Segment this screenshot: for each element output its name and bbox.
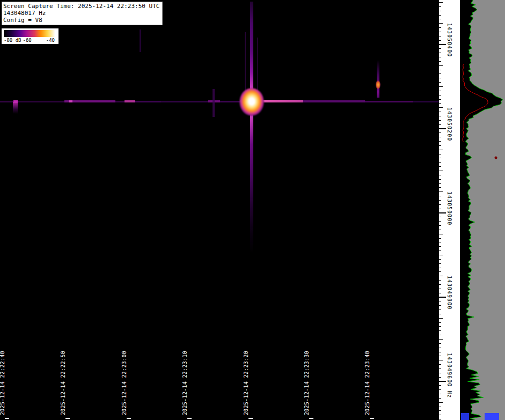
- frequency-minor-tick: [439, 242, 441, 242]
- carrier-blip: [125, 100, 135, 102]
- frequency-minor-tick: [439, 389, 441, 390]
- frequency-minor-tick: [439, 171, 443, 171]
- carrier-seg: [220, 101, 240, 102]
- frequency-minor-tick: [439, 137, 441, 137]
- frequency-minor-tick: [439, 107, 443, 108]
- frequency-minor-tick: [439, 360, 443, 360]
- frequency-minor-tick: [439, 343, 441, 344]
- frequency-minor-tick: [439, 120, 441, 121]
- frequency-minor-tick: [439, 314, 441, 314]
- frequency-minor-tick: [439, 36, 441, 36]
- frequency-minor-tick: [439, 335, 441, 335]
- frequency-minor-tick: [439, 209, 441, 209]
- frequency-minor-tick: [439, 250, 441, 251]
- frequency-minor-tick: [439, 322, 441, 323]
- frequency-minor-tick: [439, 187, 441, 188]
- carrier-seg: [413, 101, 439, 102]
- capture-time-text: Screen Capture Time: 2025-12-14 22:23:50…: [3, 3, 159, 10]
- frequency-minor-tick: [439, 200, 441, 201]
- frequency-minor-tick: [439, 103, 441, 104]
- frequency-minor-tick: [439, 154, 441, 154]
- time-axis-label: 2025-12-14 22:23:00: [121, 351, 127, 415]
- frequency-minor-tick: [439, 175, 441, 175]
- frequency-minor-tick: [439, 78, 441, 78]
- frequency-minor-tick: [439, 6, 441, 7]
- frequency-minor-tick: [439, 91, 441, 91]
- blue-marker-2: [485, 413, 499, 420]
- frequency-minor-tick: [439, 330, 441, 331]
- frequency-minor-tick: [439, 407, 441, 407]
- echo-streak-2: [377, 60, 379, 98]
- frequency-major-tick: [439, 381, 446, 382]
- frequency-minor-tick: [439, 352, 441, 352]
- frequency-axis: 1430504001430502001430500001430498001430…: [439, 0, 460, 420]
- frequency-minor-tick: [439, 204, 441, 205]
- frequency-minor-tick: [439, 150, 443, 150]
- colorbar-label-40: -40: [46, 38, 55, 43]
- frequency-minor-tick: [439, 86, 443, 87]
- frequency-minor-tick: [439, 73, 441, 74]
- colorbar-gradient: [4, 30, 55, 37]
- carrier-blip: [69, 100, 72, 102]
- carrier-seg: [161, 101, 208, 102]
- frequency-minor-tick: [439, 82, 441, 83]
- frequency-minor-tick: [439, 40, 441, 41]
- frequency-minor-tick: [439, 394, 441, 394]
- frequency-minor-tick: [439, 268, 441, 268]
- frequency-minor-tick: [439, 15, 441, 16]
- time-axis-label: 2025-12-14 22:23:40: [364, 351, 370, 415]
- frequency-minor-tick: [439, 284, 441, 285]
- frequency-minor-tick: [439, 402, 443, 403]
- carrier-blip-tail: [13, 102, 18, 114]
- frequency-minor-tick: [439, 415, 441, 415]
- frequency-minor-tick: [439, 348, 441, 348]
- frequency-minor-tick: [439, 132, 441, 133]
- frequency-minor-tick: [439, 179, 441, 180]
- spectrum-red-dot: [495, 157, 497, 159]
- colorbar-label-80db: -80 dB: [4, 38, 21, 43]
- frequency-minor-tick: [439, 27, 441, 28]
- frequency-axis-label: 143050400: [447, 23, 452, 57]
- carrier-seg: [0, 101, 13, 102]
- frequency-axis-label: 143050200: [447, 107, 452, 141]
- waterfall-plot: Screen Capture Time: 2025-12-14 22:23:50…: [0, 0, 439, 420]
- frequency-minor-tick: [439, 23, 443, 24]
- frequency-axis-label: 143049800: [447, 276, 452, 310]
- frequency-minor-tick: [439, 271, 441, 272]
- frequency-major-tick: [439, 212, 446, 213]
- frequency-minor-tick: [439, 221, 441, 222]
- blue-marker-1: [461, 413, 469, 420]
- frequency-minor-tick: [439, 301, 441, 301]
- frequency-minor-tick: [439, 326, 441, 327]
- spectrum-panel: [460, 0, 505, 420]
- faint-streak: [140, 30, 141, 52]
- frequency-minor-tick: [439, 95, 441, 95]
- doppler-streak-lower: [250, 114, 253, 253]
- frequency-minor-tick: [439, 32, 441, 32]
- frequency-minor-tick: [439, 217, 441, 217]
- frequency-minor-tick: [439, 318, 443, 319]
- doppler-streak-upper: [250, 2, 253, 90]
- frequency-minor-tick: [439, 2, 443, 3]
- frequency-minor-tick: [439, 57, 441, 57]
- frequency-minor-tick: [439, 183, 441, 184]
- frequency-axis-label: 143050000: [447, 191, 452, 225]
- center-frequency-text: 143048017 Hz: [3, 10, 159, 17]
- frequency-minor-tick: [439, 225, 441, 226]
- frequency-minor-tick: [439, 364, 441, 365]
- spectrum-graph: [460, 0, 505, 420]
- frequency-minor-tick: [439, 166, 441, 167]
- frequency-minor-tick: [439, 373, 441, 373]
- frequency-minor-tick: [439, 356, 441, 356]
- frequency-minor-tick: [439, 398, 441, 399]
- frequency-major-tick: [439, 128, 446, 129]
- frequency-minor-tick: [439, 11, 441, 11]
- frequency-minor-tick: [439, 196, 441, 196]
- time-axis-tick: [248, 418, 253, 419]
- doppler-side-streak: [245, 32, 246, 91]
- frequency-minor-tick: [439, 289, 441, 289]
- frequency-minor-tick: [439, 145, 441, 146]
- frequency-minor-tick: [439, 369, 441, 369]
- frequency-minor-tick: [439, 19, 441, 19]
- frequency-minor-tick: [439, 61, 441, 62]
